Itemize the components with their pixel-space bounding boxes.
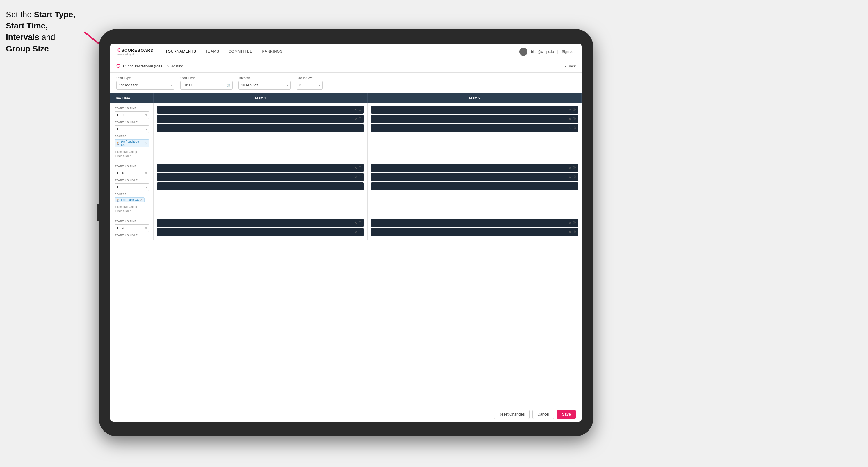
starting-time-label-3: STARTING TIME: (115, 220, 149, 223)
start-time-label: Start Time (180, 76, 232, 80)
user-email: blair@clippd.io (531, 50, 554, 54)
group-size-group: Group Size 3 ▾ (297, 76, 323, 90)
starting-hole-label-1: STARTING HOLE: (115, 121, 149, 124)
instruction-line3-normal: and (39, 33, 55, 41)
player-x-icon-4-1[interactable]: ✕ (569, 166, 571, 169)
navbar-right: blair@clippd.io | Sign out (519, 48, 575, 56)
back-button[interactable]: Back (565, 64, 576, 68)
time-icon-1: ⏱ (144, 114, 147, 117)
nav-link-rankings[interactable]: RANKINGS (262, 48, 283, 55)
circle-icon-2: ○ (115, 205, 116, 209)
start-time-value: 10:00 (183, 83, 192, 87)
cancel-button[interactable]: Cancel (532, 410, 554, 419)
player-x-icon-1-1[interactable]: ✕ (354, 108, 357, 112)
tee-time-col-2: STARTING TIME: 10:10 ⏱ STARTING HOLE: 1 … (111, 161, 154, 216)
player-row-3-2: ✕ ⓘ (157, 173, 364, 181)
instruction-line1-normal: Set the (6, 10, 34, 19)
player-info-icon-2-1[interactable]: ⓘ (573, 107, 576, 112)
player-info-icon-6-2[interactable]: ⓘ (573, 230, 576, 234)
nav-link-teams[interactable]: TEAMS (205, 48, 219, 55)
player-x-icon-1-2[interactable]: ✕ (354, 118, 357, 121)
header-team1: Team 1 (154, 93, 368, 103)
player-row-4-1: ✕ ⓘ (371, 164, 578, 172)
team1-col-1: ✕ ⓘ ✕ ⓘ (154, 103, 368, 161)
nav-link-tournaments[interactable]: TOURNAMENTS (165, 48, 196, 55)
starting-time-input-3[interactable]: 10:20 ⏱ (115, 224, 149, 232)
player-info-icon-1-2[interactable]: ⓘ (359, 117, 362, 121)
plus-icon-2: + (115, 209, 116, 213)
time-icon-3: ⏱ (144, 227, 147, 230)
player-x-icon-3-1[interactable]: ✕ (354, 166, 357, 169)
instruction-line2-bold: Start Time, (6, 21, 48, 30)
player-info-icon-1-1[interactable]: ⓘ (359, 107, 362, 112)
table-area: Tee Time Team 1 Team 2 STARTING TIME: 10… (111, 93, 582, 406)
intervals-value: 10 Minutes (241, 83, 258, 87)
player-row-6-2: ✕ ⓘ (371, 228, 578, 236)
starting-hole-select-2[interactable]: 1 ▾ (115, 184, 149, 191)
player-row-1-3 (157, 124, 364, 132)
instruction-line4-normal: . (49, 44, 51, 53)
starting-time-label-1: STARTING TIME: (115, 107, 149, 110)
logo-scoreboard-text: SCOREBOARD (122, 48, 154, 53)
player-x-icon-6-2[interactable]: ✕ (569, 230, 571, 234)
group-size-select[interactable]: 3 ▾ (297, 81, 323, 90)
starting-time-input-2[interactable]: 10:10 ⏱ (115, 169, 149, 177)
player-info-icon-4-1[interactable]: ⓘ (573, 166, 576, 170)
start-type-select[interactable]: 1st Tee Start ▾ (116, 81, 175, 90)
course-remove-2[interactable]: ✕ (140, 198, 143, 201)
player-info-icon-4-2[interactable]: ⓘ (573, 175, 576, 179)
player-x-icon-5-2[interactable]: ✕ (354, 230, 357, 234)
remove-group-btn-1[interactable]: ○ Remove Group (115, 150, 149, 154)
start-time-clock-icon: 🕐 (226, 84, 230, 87)
player-row-1-1: ✕ ⓘ (157, 105, 364, 114)
course-tags-1: 🏌 (A) Peachtree GC ✕ (115, 139, 149, 148)
breadcrumb-tournament[interactable]: Clippd Invitational (Mas... (123, 64, 165, 68)
team2-col-2: ✕ ⓘ ✕ ⓘ (368, 161, 582, 216)
team1-col-2: ✕ ⓘ ✕ ⓘ (154, 161, 368, 216)
player-info-icon-6-1[interactable]: ⓘ (573, 221, 576, 225)
player-info-icon-3-2[interactable]: ⓘ (359, 175, 362, 179)
group-row-1: STARTING TIME: 10:00 ⏱ STARTING HOLE: 1 … (111, 103, 582, 161)
player-row-1-2: ✕ ⓘ (157, 115, 364, 123)
action-bar: Reset Changes Cancel Save (111, 406, 582, 422)
player-x-icon-2-2[interactable]: ✕ (569, 118, 571, 121)
player-x-icon-4-2[interactable]: ✕ (569, 176, 571, 179)
player-x-icon-2-1[interactable]: ✕ (569, 108, 571, 112)
add-group-btn-1[interactable]: + Add Group (115, 154, 149, 158)
header-tee-time: Tee Time (111, 93, 154, 103)
player-row-5-2: ✕ ⓘ (157, 228, 364, 236)
player-row-3-1: ✕ ⓘ (157, 164, 364, 172)
player-row-6-1: ✕ ⓘ (371, 219, 578, 227)
reset-changes-button[interactable]: Reset Changes (494, 410, 530, 419)
player-x-icon-5-1[interactable]: ✕ (354, 221, 357, 224)
start-time-select[interactable]: 10:00 🕐 (180, 81, 232, 90)
remove-group-btn-2[interactable]: ○ Remove Group (115, 205, 149, 209)
tee-time-col-3: STARTING TIME: 10:20 ⏱ STARTING HOLE: (111, 216, 154, 240)
player-x-icon-3-2[interactable]: ✕ (354, 176, 357, 179)
player-info-icon-3-1[interactable]: ⓘ (359, 166, 362, 170)
starting-hole-select-1[interactable]: 1 ▾ (115, 125, 149, 133)
save-button[interactable]: Save (557, 410, 576, 419)
group-size-value: 3 (299, 83, 301, 87)
start-type-group: Start Type 1st Tee Start ▾ (116, 76, 175, 90)
start-type-label: Start Type (116, 76, 175, 80)
nav-link-committee[interactable]: COMMITTEE (228, 48, 253, 55)
circle-icon-1: ○ (115, 150, 116, 154)
starting-time-label-2: STARTING TIME: (115, 165, 149, 168)
player-info-icon-2-2[interactable]: ⓘ (573, 117, 576, 121)
player-row-2-2: ✕ ⓘ (371, 115, 578, 123)
add-group-btn-2[interactable]: + Add Group (115, 209, 149, 213)
starting-time-input-1[interactable]: 10:00 ⏱ (115, 112, 149, 119)
course-tag-1: 🏌 (A) Peachtree GC ✕ (115, 139, 149, 148)
player-info-icon-5-1[interactable]: ⓘ (359, 221, 362, 225)
nav-links: TOURNAMENTS TEAMS COMMITTEE RANKINGS (165, 48, 519, 55)
intervals-select[interactable]: 10 Minutes ▾ (239, 81, 291, 90)
course-remove-1[interactable]: ✕ (145, 142, 147, 145)
player-info-icon-5-2[interactable]: ⓘ (359, 230, 362, 234)
sign-out-link[interactable]: Sign out (562, 50, 575, 54)
header-team2: Team 2 (368, 93, 582, 103)
player-x-icon-6-1[interactable]: ✕ (569, 221, 571, 224)
player-info-icon-2-3[interactable]: ⓘ (573, 126, 576, 130)
player-x-icon-2-3[interactable]: ✕ (569, 127, 571, 130)
course-icon-2: 🏌 (117, 198, 120, 201)
